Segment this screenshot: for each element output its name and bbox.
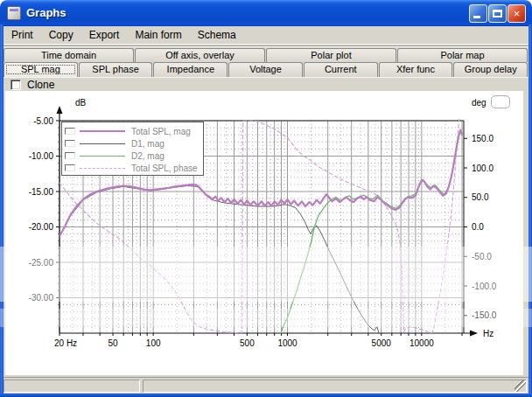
- legend-label: Total SPL, phase: [131, 164, 198, 173]
- legend-label: D2, mag: [131, 151, 164, 161]
- menu-bar: Print Copy Export Main form Schema: [4, 26, 528, 45]
- maximize-button[interactable]: [488, 4, 507, 23]
- legend-line-sample: [80, 143, 125, 144]
- window-title: Graphs: [26, 6, 66, 19]
- close-button[interactable]: ×: [508, 4, 526, 23]
- legend-label: Total SPL, mag: [131, 127, 191, 136]
- tab-page-edge: [4, 77, 528, 78]
- tab-polar-plot[interactable]: Polar plot: [266, 48, 396, 62]
- minimize-icon: [473, 16, 480, 18]
- status-panel-left: [4, 380, 140, 393]
- menu-separator: [4, 45, 528, 47]
- legend-line-sample: [80, 168, 125, 169]
- window-border-bottom: [0, 394, 532, 397]
- status-panel-right: [143, 380, 527, 393]
- tab-row-top: Time domain Off axis, overlay Polar plot…: [4, 48, 528, 62]
- y-right-unit-label: deg: [472, 98, 486, 108]
- tab-off-axis-overlay[interactable]: Off axis, overlay: [135, 48, 265, 62]
- window-border-right: [528, 24, 532, 397]
- menu-copy[interactable]: Copy: [41, 27, 81, 43]
- status-bar: [4, 377, 528, 394]
- minimize-button[interactable]: [469, 4, 487, 23]
- legend-label: D1, mag: [131, 139, 164, 149]
- clone-label: Clone: [27, 79, 54, 91]
- deg-axis-button[interactable]: [491, 95, 510, 108]
- legend-checkbox-total-spl-phase[interactable]: [65, 164, 75, 171]
- tab-voltage[interactable]: Voltage: [228, 62, 303, 77]
- legend-line-sample: [80, 156, 125, 157]
- menu-schema[interactable]: Schema: [190, 27, 244, 43]
- chart-legend: Total SPL, mag D1, mag D2, mag Total SPL…: [61, 122, 204, 176]
- legend-row-d2-mag: D2, mag: [65, 150, 203, 162]
- menu-export[interactable]: Export: [81, 27, 128, 43]
- maximize-icon: [493, 10, 502, 17]
- tab-spl-phase[interactable]: SPL phase: [79, 62, 153, 77]
- legend-checkbox-d2-mag[interactable]: [65, 152, 75, 159]
- legend-checkbox-total-spl-mag[interactable]: [65, 128, 75, 135]
- window-border-left: [0, 24, 4, 397]
- legend-checkbox-d1-mag[interactable]: [65, 140, 75, 147]
- legend-row-d1-mag: D1, mag: [65, 137, 203, 150]
- y-left-unit-label: dB: [75, 98, 86, 108]
- menu-print[interactable]: Print: [4, 27, 41, 43]
- menu-main-form[interactable]: Main form: [127, 27, 189, 43]
- tab-row-graphs: SPL mag SPL phase Impedance Voltage Curr…: [4, 62, 528, 77]
- legend-row-total-spl-phase: Total SPL, phase: [65, 162, 203, 174]
- app-icon: [7, 6, 21, 20]
- tab-time-domain[interactable]: Time domain: [4, 48, 134, 62]
- clone-checkbox[interactable]: [10, 80, 21, 90]
- tab-xfer-func[interactable]: Xfer func: [379, 62, 453, 77]
- legend-line-sample: [80, 130, 125, 132]
- legend-row-total-spl-mag: Total SPL, mag: [65, 125, 203, 137]
- title-bar: Graphs ×: [0, 0, 532, 26]
- tab-impedance[interactable]: Impedance: [153, 62, 228, 77]
- resize-grip[interactable]: [514, 380, 526, 392]
- close-icon: ×: [514, 7, 521, 20]
- tab-polar-map[interactable]: Polar map: [397, 48, 528, 62]
- clone-row: Clone: [10, 79, 54, 91]
- graphs-window: Graphs × Print Copy Export Main form Sch…: [0, 0, 532, 397]
- tab-spl-mag[interactable]: SPL mag: [4, 62, 78, 77]
- tab-current[interactable]: Current: [304, 62, 378, 77]
- tab-group-delay[interactable]: Group delay: [453, 62, 528, 77]
